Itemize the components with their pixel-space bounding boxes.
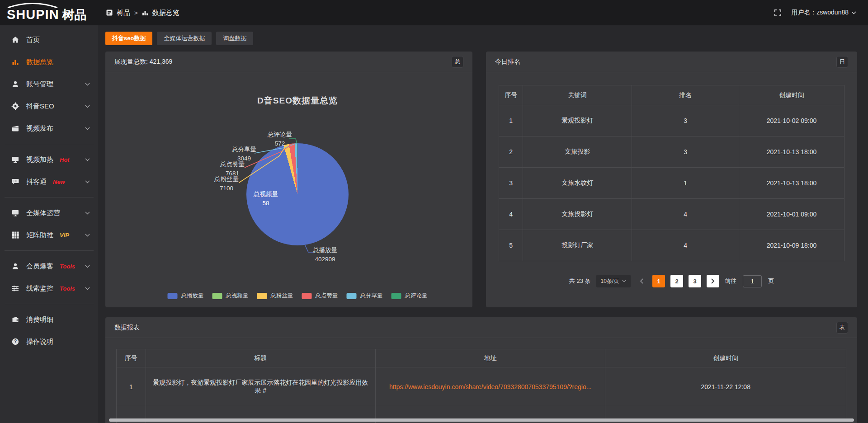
daily-view-button[interactable]: 日: [836, 56, 848, 68]
chevron-down-icon: [85, 158, 90, 161]
tab-inquiry-data[interactable]: 询盘数据: [216, 32, 253, 45]
sidebar-item-lead-monitoring[interactable]: 线索监控 Tools: [0, 278, 98, 298]
home-icon: [11, 36, 20, 44]
fullscreen-icon[interactable]: [774, 9, 782, 17]
col-keyword: 关键词: [523, 85, 632, 105]
page-size-select[interactable]: 10条/页: [596, 275, 631, 287]
data-report-panel: 数据报表 表 序号 标题 地址 创建时间 1 景观投影灯，夜游景观投影灯: [105, 317, 857, 423]
svg-text:?: ?: [14, 339, 17, 344]
sidebar-item-matrix-boost[interactable]: 矩阵助推 VIP: [0, 225, 98, 245]
breadcrumb-root[interactable]: 树品: [117, 9, 130, 17]
seo-data-panel: 展现量总数: 421,369 总 D音SEO数据量总览 总评论量572: [105, 52, 472, 307]
chevron-down-icon: [85, 265, 90, 268]
chevron-down-icon: [85, 105, 90, 108]
legend-item-comments[interactable]: 总评论量: [392, 292, 428, 300]
sliders-icon: [11, 284, 20, 292]
col-index: 序号: [499, 85, 523, 105]
logo-text-en: SHUPIN: [7, 4, 59, 21]
top-bar: SHUPIN 树品 树品 > 数据总览 用户名：zswodun88: [0, 0, 868, 25]
monitor-icon: [11, 155, 20, 164]
chevron-down-icon: [85, 83, 90, 86]
bar-chart-icon: [11, 58, 20, 66]
page-button-3[interactable]: 3: [689, 275, 701, 287]
sidebar-item-spending-details[interactable]: 消费明细: [0, 310, 98, 329]
tab-douyin-seo-data[interactable]: 抖音seo数据: [105, 32, 152, 45]
tab-all-media-data[interactable]: 全媒体运营数据: [157, 32, 212, 45]
table-view-button[interactable]: 表: [836, 322, 848, 334]
sidebar-item-account-management[interactable]: 账号管理: [0, 74, 98, 94]
gear-icon: [11, 102, 20, 110]
display-icon: [11, 209, 20, 217]
chevron-down-icon: [85, 234, 90, 237]
pie-chart-area: D音SEO数据量总览 总评论量572 总分享量3049: [105, 72, 472, 307]
dashboard-icon: [106, 9, 113, 16]
legend-item-shares[interactable]: 总分享量: [347, 292, 383, 300]
pagination-total: 共 23 条: [569, 277, 591, 285]
report-panel-title: 数据报表: [114, 324, 140, 332]
sidebar-item-data-overview[interactable]: 数据总览: [0, 52, 98, 72]
col-index: 序号: [117, 349, 146, 367]
sidebar-divider: [5, 144, 94, 144]
sidebar-item-douyin-seo[interactable]: 抖音SEO: [0, 96, 98, 116]
username-label: 用户名：zswodun88: [791, 9, 849, 17]
breadcrumb: 树品 > 数据总览: [106, 9, 179, 17]
goto-page-input[interactable]: [743, 275, 762, 287]
table-row: 2文旅投影32021-10-13 18:00: [499, 136, 844, 168]
sidebar-item-home[interactable]: 首页: [0, 30, 98, 50]
user-menu[interactable]: 用户名：zswodun88: [791, 9, 856, 17]
table-row: 3文旅水纹灯12021-10-13 18:00: [499, 168, 844, 199]
grid-icon: [11, 231, 20, 239]
breadcrumb-separator: >: [134, 9, 138, 16]
sidebar-item-video-publish[interactable]: 视频发布: [0, 118, 98, 138]
pie-label-videos: 总视频量58: [241, 190, 291, 207]
page-button-2[interactable]: 2: [670, 275, 683, 287]
next-page-button[interactable]: [707, 275, 719, 287]
sidebar: 首页 数据总览 账号管理 抖音SEO 视频发布 视频加热 Hot: [0, 25, 98, 423]
col-rank: 排名: [632, 85, 739, 105]
chevron-down-icon: [85, 287, 90, 290]
sidebar-item-douketong[interactable]: 抖客通 New: [0, 172, 98, 192]
ranking-panel-title: 今日排名: [495, 58, 520, 66]
chevron-down-icon: [85, 127, 90, 130]
chevron-down-icon: [622, 280, 626, 282]
chart-legend: 总播放量 总视频量 总粉丝量 总点赞量 总分享量 总评论量: [168, 292, 428, 300]
legend-item-likes[interactable]: 总点赞量: [302, 292, 338, 300]
page-button-1[interactable]: 1: [652, 275, 665, 287]
today-ranking-panel: 今日排名 日 序号 关键词 排名 创建时间: [486, 52, 857, 307]
sidebar-item-instructions[interactable]: ? 操作说明: [0, 332, 98, 352]
vip-badge: VIP: [60, 232, 69, 239]
col-url: 地址: [375, 349, 605, 367]
user-icon: [11, 80, 20, 88]
page-unit-label: 页: [768, 277, 774, 285]
bar-chart-icon: [142, 9, 148, 16]
legend-item-plays[interactable]: 总播放量: [168, 292, 204, 300]
total-view-button[interactable]: 总: [452, 56, 463, 68]
report-table-header: 序号 标题 地址 创建时间: [117, 349, 846, 367]
breadcrumb-current: 数据总览: [152, 9, 179, 17]
logo-text-cn: 树品: [62, 9, 87, 21]
new-badge: New: [53, 179, 65, 185]
report-table: 序号 标题 地址 创建时间 1 景观投影灯，夜游景观投影灯厂家展示展示落花灯在花…: [116, 349, 846, 423]
sidebar-item-member-baoke[interactable]: 会员爆客 Tools: [0, 256, 98, 276]
legend-item-videos[interactable]: 总视频量: [212, 292, 249, 300]
app-logo[interactable]: SHUPIN 树品: [0, 1, 98, 25]
ranking-table-header: 序号 关键词 排名 创建时间: [499, 85, 844, 105]
main-content: 抖音seo数据 全媒体运营数据 询盘数据 展现量总数: 421,369 总 D音…: [98, 25, 868, 423]
hot-badge: Hot: [60, 156, 70, 163]
video-title-cell: 景观投影灯，夜游景观投影灯厂家展示展示落花灯在花园里的灯光投影应用效果 #: [146, 367, 375, 406]
prev-page-button[interactable]: [636, 275, 647, 287]
data-source-tabs: 抖音seo数据 全媒体运营数据 询盘数据: [105, 32, 857, 45]
sidebar-item-all-media-operation[interactable]: 全媒体运营: [0, 203, 98, 223]
table-row: 5投影灯厂家42021-10-09 18:00: [499, 230, 844, 261]
sidebar-divider: [5, 250, 94, 251]
table-row: 1景观投影灯32021-10-02 09:00: [499, 105, 844, 136]
legend-item-fans[interactable]: 总粉丝量: [257, 292, 293, 300]
video-url-link[interactable]: https://www.iesdouyin.com/share/video/70…: [389, 383, 592, 390]
horizontal-scrollbar[interactable]: [109, 418, 854, 422]
app-window: SHUPIN 树品 树品 > 数据总览 用户名：zswodun88 首页 数据: [0, 0, 868, 423]
table-row: 4文旅投影灯42021-10-01 09:00: [499, 199, 844, 230]
sidebar-item-video-heating[interactable]: 视频加热 Hot: [0, 150, 98, 169]
wallet-icon: [11, 315, 20, 324]
col-created-time: 创建时间: [739, 85, 844, 105]
chevron-down-icon: [851, 11, 856, 14]
